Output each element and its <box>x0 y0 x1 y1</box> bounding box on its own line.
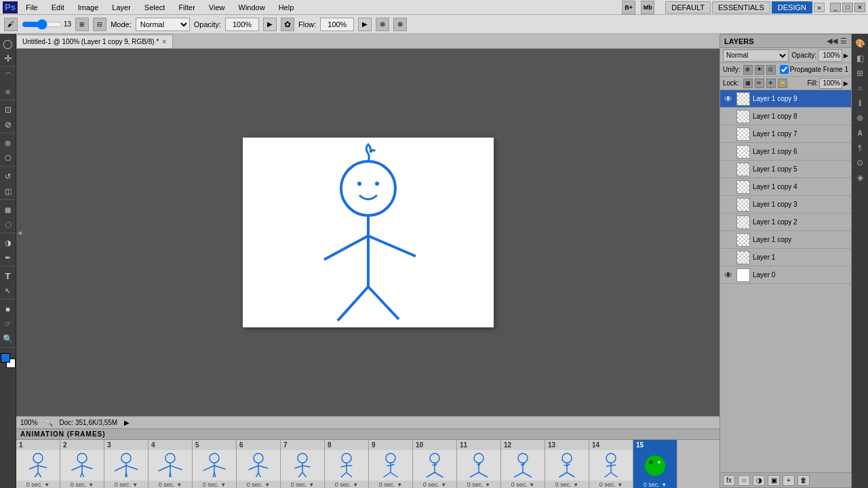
rv-mask-icon[interactable]: ○ <box>853 81 867 95</box>
layer-visibility-toggle[interactable] <box>723 199 734 210</box>
lock-all-icon[interactable]: 🔒 <box>778 79 787 88</box>
clone-icon[interactable]: ⊗ <box>393 18 407 31</box>
frame-duration[interactable]: 0 sec. ▼ <box>26 481 50 488</box>
frame-duration[interactable]: 0 sec. ▼ <box>644 481 667 488</box>
frame-duration[interactable]: 0 sec. ▼ <box>379 481 402 488</box>
new-layer-btn[interactable]: + <box>783 475 795 486</box>
frame-duration[interactable]: 0 sec. ▼ <box>335 481 358 488</box>
media-btn[interactable]: Mb <box>641 1 654 14</box>
workspace-essentials[interactable]: ESSENTIALS <box>712 1 770 14</box>
layer-item[interactable]: Layer 1 copy 5 <box>720 161 851 178</box>
animation-frame[interactable]: 15 0 sec. ▼ <box>633 440 677 488</box>
frame-duration[interactable]: 0 sec. ▼ <box>467 481 490 488</box>
animation-frame[interactable]: 8 0 sec. ▼ <box>325 440 369 488</box>
frame-duration[interactable]: 0 sec. ▼ <box>71 481 94 488</box>
animation-frame[interactable]: 10 0 sec. ▼ <box>413 440 457 488</box>
add-mask-btn[interactable]: ○ <box>738 475 750 486</box>
add-layer-style-btn[interactable]: fx <box>723 475 735 486</box>
rv-info-icon[interactable]: ℹ <box>853 96 867 110</box>
layer-item[interactable]: 👁Layer 0 <box>720 266 851 284</box>
frame-duration[interactable]: 0 sec. ▼ <box>555 481 578 488</box>
lasso-tool[interactable]: ⌒ <box>1 70 15 83</box>
layer-item[interactable]: Layer 1 copy 7 <box>720 125 851 143</box>
foreground-color[interactable] <box>1 353 10 363</box>
menu-window[interactable]: Window <box>236 2 268 13</box>
color-swatches[interactable] <box>1 353 16 368</box>
lock-pixels-icon[interactable]: ✏ <box>755 79 764 88</box>
window-close[interactable]: ✕ <box>854 3 865 12</box>
mode-select[interactable]: Normal <box>136 18 190 31</box>
brush-tool-icon[interactable]: 🖌 <box>4 18 18 31</box>
frame-duration[interactable]: 0 sec. ▼ <box>247 481 270 488</box>
elliptical-marquee-tool[interactable]: ◯ <box>1 37 15 50</box>
layer-item[interactable]: Layer 1 copy 3 <box>720 196 851 214</box>
layer-visibility-toggle[interactable] <box>723 217 734 228</box>
healing-brush-tool[interactable]: ⊛ <box>1 136 15 150</box>
layer-item[interactable]: Layer 1 copy 6 <box>720 143 851 161</box>
stamp-tool[interactable]: ⎔ <box>1 151 15 165</box>
menu-help[interactable]: Help <box>276 2 297 13</box>
animation-frame[interactable]: 11 0 sec. ▼ <box>457 440 501 488</box>
brush-options-icon[interactable]: ⊟ <box>93 18 106 31</box>
layer-visibility-toggle[interactable] <box>723 146 734 157</box>
animation-frame[interactable]: 9 0 sec. ▼ <box>369 440 413 488</box>
frame-duration[interactable]: 0 sec. ▼ <box>203 481 226 488</box>
animation-frame[interactable]: 3 0 sec. ▼ <box>104 440 149 488</box>
layer-visibility-toggle[interactable] <box>723 164 734 175</box>
left-panel-collapse-icon[interactable]: ◀ <box>17 230 23 236</box>
menu-select[interactable]: Select <box>142 2 168 13</box>
lock-transparent-icon[interactable]: ▦ <box>743 79 753 88</box>
layer-visibility-toggle[interactable]: 👁 <box>723 94 734 104</box>
rv-globe-icon[interactable]: ⊙ <box>853 156 867 169</box>
frame-duration[interactable]: 0 sec. ▼ <box>159 481 182 488</box>
hand-tool[interactable]: ☞ <box>1 317 15 331</box>
menu-view[interactable]: View <box>206 2 228 13</box>
animation-frame[interactable]: 14 0 sec. ▼ <box>589 440 633 488</box>
unify-style-icon[interactable]: ⊡ <box>766 65 776 75</box>
layer-item[interactable]: 👁Layer 1 copy 9 <box>720 90 851 108</box>
frame-duration[interactable]: 0 sec. ▼ <box>599 481 623 488</box>
rv-style-icon[interactable]: ⊞ <box>853 66 867 80</box>
frame-duration[interactable]: 0 sec. ▼ <box>423 481 446 488</box>
layers-mode-select[interactable]: Normal <box>723 49 789 62</box>
lock-position-icon[interactable]: ✛ <box>766 79 776 88</box>
pen-tool[interactable]: ✒ <box>1 251 15 264</box>
rv-adjust-icon[interactable]: ◧ <box>853 52 867 65</box>
animation-frame[interactable]: 13 0 sec. ▼ <box>545 440 589 488</box>
layer-item[interactable]: Layer 1 copy <box>720 231 851 249</box>
animation-frame[interactable]: 5 0 sec. ▼ <box>193 440 237 488</box>
layer-item[interactable]: Layer 1 copy 4 <box>720 178 851 196</box>
magic-wand-tool[interactable]: ⍟ <box>1 85 15 98</box>
layers-menu-icon[interactable]: ☰ <box>840 37 847 45</box>
opacity-arrow[interactable]: ▶ <box>263 18 277 31</box>
unify-visibility-icon[interactable]: 👁 <box>755 65 764 75</box>
menu-file[interactable]: File <box>23 2 41 13</box>
layer-item[interactable]: Layer 1 copy 8 <box>720 108 851 125</box>
close-tab-btn[interactable]: ✕ <box>161 38 167 45</box>
animation-frame[interactable]: 2 0 sec. ▼ <box>60 440 104 488</box>
layer-visibility-toggle[interactable] <box>723 129 734 140</box>
eyedropper-tool[interactable]: ⊘ <box>1 118 15 131</box>
create-group-btn[interactable]: ▣ <box>768 475 780 486</box>
history-brush-tool[interactable]: ↺ <box>1 169 15 183</box>
layer-item[interactable]: Layer 1 copy 2 <box>720 214 851 231</box>
workspace-expand[interactable]: » <box>814 3 825 12</box>
frame-duration[interactable]: 0 sec. ▼ <box>291 481 314 488</box>
fill-arrow[interactable]: ▶ <box>844 80 848 87</box>
layers-expand-icon[interactable]: ◀◀ <box>827 37 837 45</box>
animation-frame[interactable]: 4 0 sec. ▼ <box>149 440 193 488</box>
workspace-default[interactable]: DEFAULT <box>665 1 711 14</box>
menu-filter[interactable]: Filter <box>176 2 197 13</box>
gradient-tool[interactable]: ▦ <box>1 203 15 216</box>
tablet-icon[interactable]: ⊕ <box>376 18 389 31</box>
propagate-checkbox[interactable] <box>780 65 789 74</box>
eraser-tool[interactable]: ◫ <box>1 184 15 198</box>
unify-position-icon[interactable]: ⊞ <box>743 65 753 75</box>
layer-visibility-toggle[interactable] <box>723 111 734 122</box>
layer-visibility-toggle[interactable]: 👁 <box>723 270 734 281</box>
animation-frame[interactable]: 1 0 sec. ▼ <box>16 440 60 488</box>
flow-input[interactable] <box>320 18 354 31</box>
path-select-tool[interactable]: ↖ <box>1 284 15 298</box>
opacity-input[interactable] <box>225 18 259 31</box>
zoom-icon[interactable]: 🔍 <box>45 419 53 426</box>
